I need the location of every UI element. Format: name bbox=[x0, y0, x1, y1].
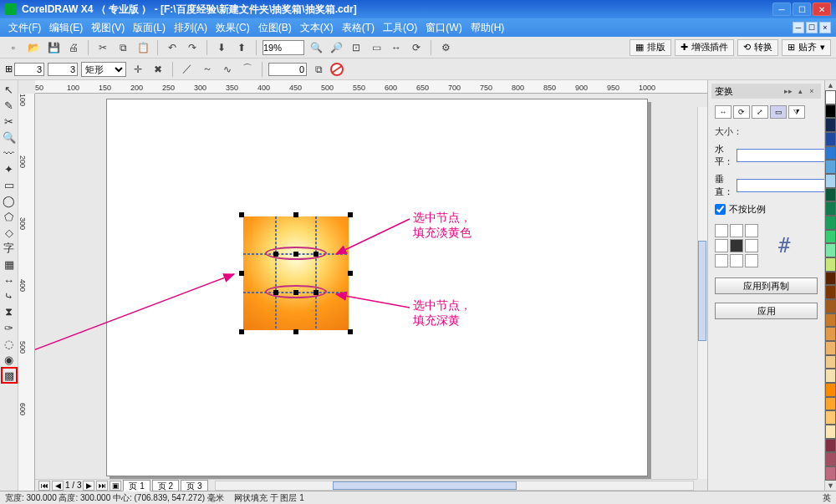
export-icon[interactable]: ⬆ bbox=[233, 39, 250, 56]
copy-icon[interactable]: ⧉ bbox=[115, 39, 131, 56]
swatch-22[interactable] bbox=[825, 397, 836, 411]
swatch-27[interactable] bbox=[825, 466, 836, 481]
plugin-button[interactable]: ✚增强插件 bbox=[675, 39, 734, 56]
palette-up-icon[interactable]: ▲ bbox=[825, 80, 836, 90]
swatch-0[interactable] bbox=[825, 90, 836, 104]
shape-tool-icon[interactable]: ✎ bbox=[2, 98, 17, 113]
grid-cols-input[interactable] bbox=[48, 63, 78, 76]
swatch-23[interactable] bbox=[825, 410, 836, 425]
layout-button[interactable]: ▦排版 bbox=[630, 39, 671, 56]
swatch-25[interactable] bbox=[825, 439, 836, 453]
anchor-center[interactable] bbox=[730, 239, 743, 252]
copy-mesh-icon[interactable]: ⧉ bbox=[310, 61, 327, 78]
cut-icon[interactable]: ✂ bbox=[94, 39, 111, 56]
page-tab-1[interactable]: 页 1 bbox=[123, 480, 150, 491]
apply-duplicate-button[interactable]: 应用到再制 bbox=[715, 277, 818, 294]
last-page-icon[interactable]: ⏭ bbox=[96, 481, 108, 491]
line-tool-icon[interactable]: ／ bbox=[179, 61, 196, 78]
zoom-width-icon[interactable]: ↔ bbox=[388, 39, 405, 56]
position-tab-icon[interactable]: ↔ bbox=[715, 105, 732, 119]
swatch-18[interactable] bbox=[825, 341, 836, 355]
zoom-out-icon[interactable]: 🔎 bbox=[328, 39, 344, 56]
swatch-26[interactable] bbox=[825, 452, 836, 466]
interactive-fill-tool-icon[interactable]: ▩ bbox=[2, 368, 17, 383]
swatch-15[interactable] bbox=[825, 299, 836, 313]
smart-tool-icon[interactable]: ✦ bbox=[2, 161, 17, 176]
swatch-21[interactable] bbox=[825, 383, 836, 397]
swatch-6[interactable] bbox=[825, 174, 836, 188]
anchor-grid[interactable] bbox=[715, 224, 758, 267]
rotate-tab-icon[interactable]: ⟳ bbox=[733, 105, 750, 119]
smooth-icon[interactable]: ⌒ bbox=[239, 61, 256, 78]
mdi-close-icon[interactable]: × bbox=[819, 22, 831, 33]
swatch-17[interactable] bbox=[825, 327, 836, 341]
size-tab-icon[interactable]: ▭ bbox=[770, 105, 787, 119]
text-tool-icon[interactable]: 字 bbox=[2, 241, 17, 256]
crop-tool-icon[interactable]: ✂ bbox=[2, 114, 17, 129]
cusp-icon[interactable]: ∿ bbox=[219, 61, 236, 78]
vertical-ruler[interactable]: 100200300400500600 bbox=[18, 94, 35, 491]
print-icon[interactable]: 🖨 bbox=[65, 39, 82, 56]
shapes-tool-icon[interactable]: ◇ bbox=[2, 225, 17, 240]
swatch-1[interactable] bbox=[825, 104, 836, 119]
ellipse-tool-icon[interactable]: ◯ bbox=[2, 193, 17, 208]
blend-tool-icon[interactable]: ⧗ bbox=[2, 304, 17, 319]
menu-tools[interactable]: 工具(O) bbox=[380, 19, 421, 37]
refresh-icon[interactable]: ⟳ bbox=[408, 39, 425, 56]
menu-arrange[interactable]: 排列(A) bbox=[171, 19, 211, 37]
docker-collapse-icon[interactable]: ▴ bbox=[794, 85, 806, 97]
non-proportional-checkbox[interactable] bbox=[715, 204, 726, 215]
swatch-2[interactable] bbox=[825, 118, 836, 132]
curve-tool-icon[interactable]: ～ bbox=[199, 61, 216, 78]
dropper-tool-icon[interactable]: ✑ bbox=[2, 320, 17, 335]
rectangle-tool-icon[interactable]: ▭ bbox=[2, 177, 17, 192]
open-icon[interactable]: 📂 bbox=[25, 39, 42, 56]
menu-table[interactable]: 表格(T) bbox=[339, 19, 378, 37]
new-icon[interactable]: ▫ bbox=[5, 39, 22, 56]
table-tool-icon[interactable]: ▦ bbox=[2, 257, 17, 272]
swatch-8[interactable] bbox=[825, 201, 836, 216]
undo-icon[interactable]: ↶ bbox=[164, 39, 181, 56]
first-page-icon[interactable]: ⏮ bbox=[38, 481, 50, 491]
swatch-3[interactable] bbox=[825, 132, 836, 146]
swatch-16[interactable] bbox=[825, 313, 836, 328]
next-page-icon[interactable]: ▶ bbox=[83, 481, 94, 491]
swatch-19[interactable] bbox=[825, 355, 836, 369]
swatch-4[interactable] bbox=[825, 146, 836, 160]
page-tab-3[interactable]: 页 3 bbox=[181, 480, 207, 491]
convert-button[interactable]: ⟲转换 bbox=[737, 39, 778, 56]
docker-close-icon[interactable]: × bbox=[806, 85, 818, 97]
paste-icon[interactable]: 📋 bbox=[135, 39, 151, 56]
height-input[interactable] bbox=[737, 179, 836, 192]
menu-help[interactable]: 帮助(H) bbox=[467, 19, 508, 37]
apply-button[interactable]: 应用 bbox=[715, 303, 818, 319]
curve-value-input[interactable] bbox=[268, 63, 307, 76]
horizontal-ruler[interactable]: 5010015020025030035040045050055060065070… bbox=[35, 80, 707, 94]
mdi-restore-icon[interactable]: ☐ bbox=[806, 22, 818, 33]
docker-menu-icon[interactable]: ▸▸ bbox=[782, 85, 794, 97]
width-input[interactable] bbox=[737, 149, 836, 162]
zoom-fit-icon[interactable]: ⊡ bbox=[348, 39, 364, 56]
snap-button[interactable]: ⊞贴齐▾ bbox=[782, 39, 831, 56]
page-tab-2[interactable]: 页 2 bbox=[152, 480, 179, 491]
connector-tool-icon[interactable]: ⤷ bbox=[2, 288, 17, 303]
close-button[interactable]: ✕ bbox=[813, 3, 831, 16]
maximize-button[interactable]: ☐ bbox=[793, 3, 811, 16]
skew-tab-icon[interactable]: ⧩ bbox=[788, 105, 805, 119]
delete-node-icon[interactable]: ✖ bbox=[150, 61, 166, 78]
swatch-11[interactable] bbox=[825, 243, 836, 257]
node-shape-select[interactable]: 矩形 bbox=[81, 62, 126, 77]
freehand-tool-icon[interactable]: 〰 bbox=[2, 145, 17, 160]
clear-mesh-icon[interactable] bbox=[330, 63, 344, 76]
swatch-20[interactable] bbox=[825, 369, 836, 383]
grid-rows-input[interactable] bbox=[14, 63, 44, 76]
add-node-icon[interactable]: ✛ bbox=[130, 61, 146, 78]
zoom-tool-icon[interactable]: 🔍 bbox=[2, 130, 17, 145]
minimize-button[interactable]: ─ bbox=[772, 3, 791, 16]
swatch-10[interactable] bbox=[825, 230, 836, 244]
menu-bitmaps[interactable]: 位图(B) bbox=[255, 19, 295, 37]
options-icon[interactable]: ⚙ bbox=[437, 39, 454, 56]
menu-window[interactable]: 窗口(W) bbox=[422, 19, 465, 37]
swatch-14[interactable] bbox=[825, 285, 836, 299]
swatch-7[interactable] bbox=[825, 188, 836, 202]
